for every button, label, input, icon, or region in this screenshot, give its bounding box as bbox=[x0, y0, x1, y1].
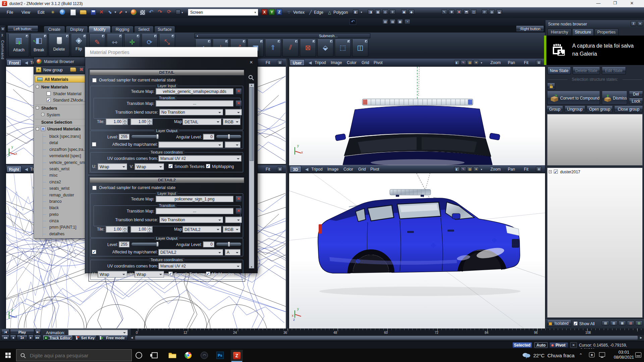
hotkeys-icon[interactable]: ✳ bbox=[51, 10, 55, 15]
submesh-collapse-icon[interactable]: ▲ bbox=[196, 35, 199, 37]
redo-icon[interactable]: ↷ bbox=[158, 9, 162, 15]
threed-layout-icon[interactable]: ⊞ bbox=[536, 167, 542, 172]
detail2-level-field[interactable]: 255 bbox=[119, 241, 129, 247]
notification-toast[interactable]: A captura de tela foi salva na Galeria bbox=[544, 36, 644, 65]
chrome-icon[interactable] bbox=[184, 352, 192, 359]
lock-button[interactable]: Lock bbox=[629, 98, 643, 104]
scene-nodes-list[interactable]: + duster2017 bbox=[547, 168, 643, 318]
threed-fit-button[interactable]: Fit bbox=[524, 167, 528, 172]
threed-display-icon-1[interactable]: ◧ bbox=[454, 167, 460, 172]
file-explorer-icon[interactable] bbox=[168, 352, 176, 359]
footer-icon-1[interactable]: ▤ bbox=[602, 320, 609, 325]
threed-menu-image[interactable]: Image bbox=[327, 167, 338, 172]
weather-condition[interactable]: Chuva fraca bbox=[547, 353, 575, 358]
detail-tile-u-spinner[interactable]: 1.00 ▲▼ bbox=[106, 118, 128, 125]
selected-mode-button[interactable]: Selected bbox=[513, 342, 532, 348]
detail2-transition-clear-button[interactable]: ✕ bbox=[235, 208, 242, 214]
track-editor-button[interactable]: ▶ Track Editor bbox=[43, 335, 73, 340]
photoshop-icon[interactable]: Ps bbox=[216, 352, 224, 359]
axis-z-toggle-icon[interactable]: Z bbox=[276, 9, 282, 15]
tab-properties[interactable]: Properties bbox=[594, 28, 619, 36]
detail2-angular-field[interactable]: 0 bbox=[203, 241, 214, 247]
scrollbar-down-icon[interactable]: ▼ bbox=[249, 266, 254, 268]
scene-browser-pin-icon[interactable]: ⊼ bbox=[631, 21, 636, 26]
detail2-tile-v-spinner[interactable]: 1.00 ▲▼ bbox=[130, 226, 153, 233]
user-menu-grid[interactable]: Grid bbox=[362, 60, 369, 65]
front-header-back-icon[interactable]: ◀ bbox=[25, 60, 28, 65]
toolbar-icon-k[interactable]: ⬒ bbox=[464, 9, 469, 14]
detail-overload-checkbox[interactable] bbox=[92, 78, 97, 82]
toolbar-icon-i[interactable]: ✚ bbox=[449, 9, 454, 14]
zmodeler-taskbar-icon[interactable]: Z bbox=[231, 350, 243, 362]
command-pin-icon[interactable]: ⊼ bbox=[1, 34, 3, 37]
tab-structure[interactable]: Structure bbox=[572, 28, 594, 36]
detail-tile-v-spinner[interactable]: 1.00 ▲▼ bbox=[130, 118, 153, 125]
open-group-button[interactable]: Open group bbox=[587, 106, 613, 112]
pivot-button[interactable]: Pivot bbox=[549, 342, 568, 348]
submesh-tool-button-10[interactable]: ◫ bbox=[352, 39, 368, 57]
render-icon[interactable] bbox=[131, 9, 137, 15]
timeline-ruler[interactable]: 0 12 24 36 48 60 72 84 96 108 bbox=[130, 328, 644, 335]
detail-blend-channel-dropdown[interactable] bbox=[225, 109, 242, 115]
threed-display-dropdown-icon[interactable]: ▼ bbox=[480, 168, 483, 171]
timeline-scroll-right-icon[interactable]: ▶ bbox=[640, 336, 642, 339]
toolbar-icon-c[interactable]: ▦ bbox=[375, 9, 381, 14]
duster2017-checkbox[interactable] bbox=[554, 170, 558, 174]
secondary-icon-d[interactable]: ◔ bbox=[405, 19, 410, 24]
timeline-scroll-thumb[interactable] bbox=[135, 336, 638, 340]
toolbar-icon-n[interactable]: ◍ bbox=[489, 9, 495, 14]
submesh-tool-button-5[interactable]: ⇑ bbox=[265, 39, 281, 57]
dialog-search-icon[interactable] bbox=[248, 75, 254, 81]
footer-icon-2[interactable]: ▥ bbox=[610, 320, 618, 325]
detail2-channel-dropdown[interactable]: RGB bbox=[223, 226, 240, 233]
taskbar-search[interactable] bbox=[16, 349, 132, 361]
submesh-tool-button-6[interactable]: ⫽ bbox=[282, 39, 299, 57]
import-dropdown-icon[interactable]: ▼ bbox=[125, 11, 127, 14]
delete-state-button[interactable]: Delete State bbox=[573, 67, 600, 74]
tab-surface[interactable]: Surface bbox=[154, 26, 175, 33]
tab-display[interactable]: Display bbox=[66, 26, 88, 33]
detail-blend-source-dropdown[interactable]: No Transition bbox=[159, 109, 223, 115]
user-pan-button[interactable]: Pan bbox=[508, 60, 515, 65]
detail-v-wrap-dropdown[interactable]: Wrap bbox=[135, 163, 164, 170]
detail2-overload-checkbox[interactable] bbox=[92, 186, 97, 190]
toolbar-more-dropdown-icon[interactable]: ▼ bbox=[181, 11, 183, 14]
status-close-icon[interactable]: ✕ bbox=[570, 342, 577, 348]
detail2-blend-channel-dropdown[interactable] bbox=[225, 217, 242, 223]
detail2-affected-checkbox[interactable] bbox=[92, 250, 96, 254]
tray-camera-icon[interactable]: ◉ bbox=[589, 352, 595, 357]
search-input[interactable] bbox=[29, 352, 126, 359]
user-light-icon[interactable]: ☀ bbox=[473, 60, 479, 65]
standard-zmodeler-checkbox[interactable] bbox=[47, 98, 51, 102]
break-button[interactable]: ◧↖ Break bbox=[31, 34, 47, 57]
front-layout-icon[interactable]: ⊞ bbox=[277, 60, 283, 65]
footer-icon-5[interactable]: ▨ bbox=[635, 320, 643, 325]
threed-pan-button[interactable]: Pan bbox=[508, 167, 515, 172]
tab-rigging[interactable]: Rigging bbox=[111, 26, 133, 33]
user-menu-color[interactable]: Color bbox=[347, 60, 357, 65]
del-button[interactable]: Del bbox=[629, 91, 643, 97]
new-group-button[interactable]: New group bbox=[43, 68, 63, 72]
submesh-tool-button-8[interactable]: ⬙ bbox=[317, 39, 333, 57]
axis-y-toggle-icon[interactable]: Y bbox=[269, 9, 275, 15]
menu-view[interactable]: View bbox=[21, 10, 30, 15]
fast-forward-button[interactable]: ▶▶ bbox=[34, 335, 41, 340]
group-folder-icon[interactable] bbox=[70, 67, 76, 72]
user-fit-button[interactable]: Fit bbox=[524, 60, 528, 65]
toolbar-icon-l[interactable]: ◫ bbox=[471, 9, 477, 14]
user-menu-tripod[interactable]: Tripod bbox=[315, 60, 326, 65]
shaders-collapse-icon[interactable]: − bbox=[36, 106, 39, 109]
toolbar-icon-j[interactable]: ✖ bbox=[456, 9, 462, 14]
toolbar-icon-b[interactable]: ◨ bbox=[368, 9, 373, 14]
free-mode-button[interactable]: Free mode bbox=[98, 335, 128, 340]
shader-material-checkbox[interactable] bbox=[47, 92, 51, 96]
detail-map-dropdown[interactable]: DETAIL bbox=[182, 118, 221, 125]
new-group-icon[interactable]: + bbox=[36, 67, 41, 72]
detail2-angular-slider[interactable] bbox=[216, 242, 241, 246]
timeline-scrollbar[interactable]: ◀ ▶ bbox=[130, 335, 644, 341]
detail2-blend-source-dropdown[interactable]: No Transition bbox=[159, 217, 223, 223]
open-file-icon[interactable] bbox=[80, 10, 87, 14]
footer-icon-3[interactable]: ▦ bbox=[619, 320, 626, 325]
ungroup-button[interactable]: Ungroup bbox=[565, 106, 585, 112]
new-materials-collapse-icon[interactable]: − bbox=[36, 85, 39, 88]
